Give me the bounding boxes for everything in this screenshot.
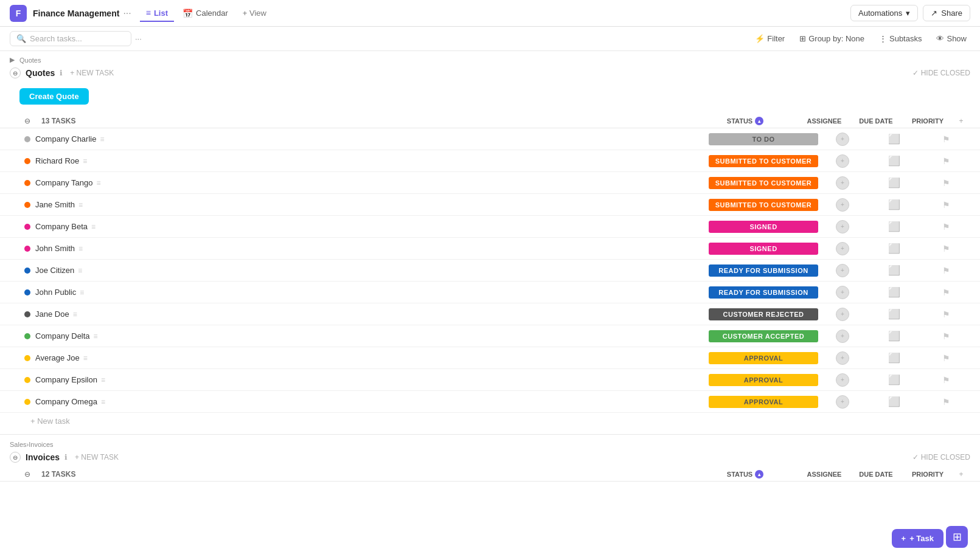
calendar-icon[interactable]: ⬜ xyxy=(888,243,900,254)
create-quote-button[interactable]: Create Quote xyxy=(19,88,89,105)
tab-list[interactable]: ≡ List xyxy=(140,4,174,22)
status-badge[interactable]: APPROVAL xyxy=(709,352,818,364)
avatar[interactable]: + xyxy=(836,351,849,365)
flag-icon[interactable]: ⚑ xyxy=(942,375,950,385)
calendar-icon[interactable]: ⬜ xyxy=(888,264,900,276)
task-row[interactable]: Company Tango ≡ SUBMITTED TO CUSTOMER + … xyxy=(0,172,980,194)
task-row[interactable]: Richard Roe ≡ SUBMITTED TO CUSTOMER + ⬜ … xyxy=(0,150,980,172)
avatar[interactable]: + xyxy=(836,264,849,277)
task-row[interactable]: Joe Citizen ≡ READY FOR SUBMISSION + ⬜ ⚑ xyxy=(0,260,980,282)
flag-icon[interactable]: ⚑ xyxy=(942,134,950,144)
calendar-icon[interactable]: ⬜ xyxy=(888,286,900,298)
due-date-cell: ⬜ xyxy=(867,396,922,407)
quotes-hide-closed-btn[interactable]: ✓ HIDE CLOSED xyxy=(912,69,970,77)
task-row[interactable]: John Public ≡ READY FOR SUBMISSION + ⬜ ⚑ xyxy=(0,282,980,303)
quotes-info-icon[interactable]: ℹ xyxy=(60,69,63,77)
avatar[interactable]: + xyxy=(836,133,849,146)
calendar-icon[interactable]: ⬜ xyxy=(888,199,900,210)
avatar[interactable]: + xyxy=(836,198,849,212)
calendar-icon[interactable]: ⬜ xyxy=(888,374,900,385)
status-badge[interactable]: CUSTOMER ACCEPTED xyxy=(709,330,818,342)
status-badge[interactable]: SUBMITTED TO CUSTOMER xyxy=(709,155,818,167)
subtasks-btn[interactable]: ⋮ Subtasks xyxy=(875,32,925,45)
task-row[interactable]: Company Epsilon ≡ APPROVAL + ⬜ ⚑ xyxy=(0,369,980,391)
avatar[interactable]: + xyxy=(836,373,849,387)
invoices-add-column-btn[interactable]: + xyxy=(952,470,970,479)
show-btn[interactable]: 👁 Show xyxy=(933,32,970,45)
status-badge[interactable]: SUBMITTED TO CUSTOMER xyxy=(709,177,818,189)
invoices-collapse-btn[interactable]: ⊖ xyxy=(10,452,21,463)
quotes-new-task-link[interactable]: + NEW TASK xyxy=(70,69,114,77)
add-column-btn[interactable]: + xyxy=(952,117,970,125)
calendar-icon[interactable]: ⬜ xyxy=(888,396,900,407)
avatar[interactable]: + xyxy=(836,220,849,233)
task-row[interactable]: Company Beta ≡ SIGNED + ⬜ ⚑ xyxy=(0,216,980,238)
status-column-header: STATUS ▲ xyxy=(690,117,800,125)
status-badge[interactable]: READY FOR SUBMISSION xyxy=(709,286,818,299)
status-sort-icon[interactable]: ▲ xyxy=(755,117,763,125)
avatar[interactable]: + xyxy=(836,176,849,190)
calendar-icon[interactable]: ⬜ xyxy=(888,221,900,232)
due-date-cell: ⬜ xyxy=(867,243,922,254)
task-row[interactable]: Company Delta ≡ CUSTOMER ACCEPTED + ⬜ ⚑ xyxy=(0,325,980,347)
search-box[interactable]: 🔍 Search tasks... xyxy=(10,31,131,46)
search-more-icon[interactable]: ··· xyxy=(135,34,142,43)
status-badge[interactable]: SIGNED xyxy=(709,221,818,233)
calendar-icon[interactable]: ⬜ xyxy=(888,177,900,188)
new-task-row[interactable]: + New task xyxy=(0,413,980,429)
flag-icon[interactable]: ⚑ xyxy=(942,331,950,341)
invoices-new-task-link[interactable]: + NEW TASK xyxy=(75,453,119,461)
calendar-icon[interactable]: ⬜ xyxy=(888,155,900,167)
avatar[interactable]: + xyxy=(836,154,849,168)
invoices-info-icon[interactable]: ℹ xyxy=(64,453,68,461)
calendar-icon[interactable]: ⬜ xyxy=(888,308,900,320)
avatar[interactable]: + xyxy=(836,286,849,299)
task-row[interactable]: John Smith ≡ SIGNED + ⬜ ⚑ xyxy=(0,238,980,260)
status-badge[interactable]: READY FOR SUBMISSION xyxy=(709,264,818,277)
task-list-collapse-btn[interactable]: ⊖ xyxy=(24,117,39,125)
automations-button[interactable]: Automations ▾ xyxy=(850,5,918,21)
quotes-collapse-btn[interactable]: ⊖ xyxy=(10,67,21,78)
flag-icon[interactable]: ⚑ xyxy=(942,156,950,166)
status-badge[interactable]: APPROVAL xyxy=(709,374,818,386)
status-cell: APPROVAL xyxy=(709,352,818,364)
priority-column-header: PRIORITY xyxy=(903,117,952,125)
flag-icon[interactable]: ⚑ xyxy=(942,178,950,188)
status-badge[interactable]: CUSTOMER REJECTED xyxy=(709,308,818,320)
priority-cell: ⚑ xyxy=(922,134,970,144)
flag-icon[interactable]: ⚑ xyxy=(942,266,950,275)
invoices-list-collapse-btn[interactable]: ⊖ xyxy=(24,470,39,479)
calendar-icon[interactable]: ⬜ xyxy=(888,330,900,342)
flag-icon[interactable]: ⚑ xyxy=(942,309,950,319)
share-button[interactable]: ↗ Share xyxy=(923,5,970,21)
avatar[interactable]: + xyxy=(836,242,849,255)
flag-icon[interactable]: ⚑ xyxy=(942,397,950,407)
invoices-status-sort-icon[interactable]: ▲ xyxy=(755,470,763,479)
avatar[interactable]: + xyxy=(836,308,849,321)
task-row[interactable]: Company Omega ≡ APPROVAL + ⬜ ⚑ xyxy=(0,391,980,413)
task-row[interactable]: Jane Smith ≡ SUBMITTED TO CUSTOMER + ⬜ ⚑ xyxy=(0,194,980,216)
filter-btn[interactable]: ⚡ Filter xyxy=(751,32,788,45)
status-badge[interactable]: SUBMITTED TO CUSTOMER xyxy=(709,199,818,211)
more-options-icon[interactable]: ··· xyxy=(123,8,131,19)
flag-icon[interactable]: ⚑ xyxy=(942,200,950,210)
flag-icon[interactable]: ⚑ xyxy=(942,222,950,232)
status-badge[interactable]: SIGNED xyxy=(709,243,818,255)
task-row[interactable]: Average Joe ≡ APPROVAL + ⬜ ⚑ xyxy=(0,347,980,369)
calendar-icon[interactable]: ⬜ xyxy=(888,133,900,145)
tab-calendar[interactable]: 📅 Calendar xyxy=(176,5,234,22)
due-date-cell: ⬜ xyxy=(867,199,922,210)
add-view-btn[interactable]: + View xyxy=(237,5,273,21)
task-row[interactable]: Jane Doe ≡ CUSTOMER REJECTED + ⬜ ⚑ xyxy=(0,303,980,325)
flag-icon[interactable]: ⚑ xyxy=(942,288,950,297)
status-badge[interactable]: APPROVAL xyxy=(709,396,818,408)
group-by-btn[interactable]: ⊞ Group by: None xyxy=(796,32,868,45)
avatar[interactable]: + xyxy=(836,395,849,409)
flag-icon[interactable]: ⚑ xyxy=(942,244,950,254)
status-badge[interactable]: TO DO xyxy=(709,133,818,145)
flag-icon[interactable]: ⚑ xyxy=(942,353,950,363)
calendar-icon[interactable]: ⬜ xyxy=(888,352,900,364)
avatar[interactable]: + xyxy=(836,330,849,343)
task-row[interactable]: Company Charlie ≡ TO DO + ⬜ ⚑ xyxy=(0,128,980,150)
invoices-hide-closed-btn[interactable]: ✓ HIDE CLOSED xyxy=(912,453,970,461)
